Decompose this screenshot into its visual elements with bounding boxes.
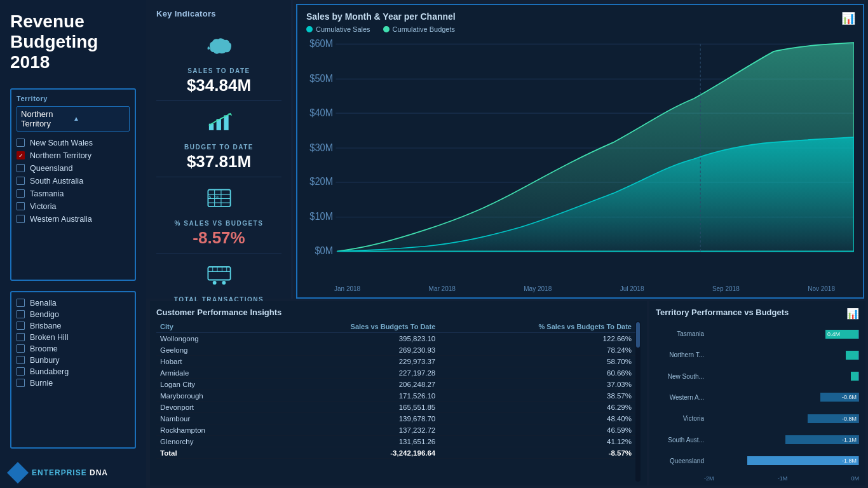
list-item[interactable]: New South Wales [17,137,130,149]
list-item[interactable]: Burnie [17,377,130,389]
table-row: Hobart229,973.3758.70% [156,356,635,367]
table-row: Wollongong395,823.10122.66% [156,333,635,344]
svg-point-13 [212,281,216,285]
checkbox-icon [17,202,25,210]
territory-perf-title: Territory Performance vs Budgets [656,308,859,317]
logo-area: ENTERPRISE DNA [10,460,136,480]
svg-rect-3 [208,190,230,207]
pct-vs-budget-block: $ % % SALES VS BUDGETS -8.57% [156,177,281,254]
territory-bar-chart: Tasmania 0.4M Northern T... [656,321,859,474]
checkbox-icon [17,310,25,318]
logo-text: ENTERPRISE DNA [32,468,108,477]
svg-text:$60M: $60M [309,37,333,49]
checkbox-icon [17,177,25,185]
list-item[interactable]: Western Australia [17,213,130,226]
territory-dropdown[interactable]: Northern Territory ▲ [17,106,130,132]
territory-selected-value: Northern Territory [21,109,73,128]
svg-rect-2 [224,115,228,130]
checkbox-icon [17,189,25,198]
list-item[interactable]: Broken Hill [17,332,130,343]
svg-text:$10M: $10M [309,211,333,222]
budget-label: BUDGET TO DATE [184,144,254,151]
chart-title: Sales by Month & Year per Channel [306,11,854,22]
city-list-section: Benalla Bendigo Brisbane Broken Hill Bro… [10,291,136,449]
checkbox-icon [17,367,25,376]
list-item[interactable]: South Australia [17,175,130,187]
table-scroll-area: City Sales vs Budgets To Date % Sales vs… [156,321,641,482]
bottom-row: Customer Performance Insights City Sales… [146,299,868,488]
table-row: Devonport165,551.8546.29% [156,402,635,413]
list-item[interactable]: Bunbury [17,355,130,366]
table-inner: City Sales vs Budgets To Date % Sales vs… [156,321,635,482]
list-item[interactable]: Queensland [17,162,130,175]
bar-row-queensland: Queensland -1.8M [656,455,859,466]
territory-item-label: Tasmania [30,189,64,198]
app-title: RevenueBudgeting2018 [10,11,136,73]
checkbox-icon [17,356,25,364]
list-item[interactable]: Victoria [17,200,130,213]
table-row: Rockhampton137,232.7246.59% [156,424,635,436]
list-item[interactable]: Brisbane [17,320,130,332]
svg-rect-11 [208,267,230,280]
list-item[interactable]: Tasmania [17,187,130,200]
sidebar: RevenueBudgeting2018 Territory Northern … [0,0,146,488]
chart-expand-icon[interactable]: 📊 [841,11,855,25]
scrollbar[interactable] [635,321,641,482]
territory-x-axis: -2M -1M 0M [656,474,859,482]
legend-budget: Cumulative Budgets [383,25,455,33]
table-row: Armidale227,197.2860.66% [156,367,635,379]
svg-text:%: % [215,195,219,199]
sales-label: SALES TO DATE [187,67,250,74]
bar-row-tasmania: Tasmania 0.4M [656,329,859,340]
x-axis-labels: Jan 2018 Mar 2018 May 2018 Jul 2018 Sep … [306,284,854,292]
list-item[interactable]: Bendigo [17,309,130,320]
bar-row-northern: Northern T... [656,349,859,361]
table-row: Maryborough171,526.1038.57% [156,390,635,402]
svg-point-14 [222,281,226,285]
budget-value: $37.81M [187,152,251,172]
sales-legend-dot [306,26,313,32]
budget-chart-icon [205,107,233,141]
sales-chart-panel: Sales by Month & Year per Channel Cumula… [296,4,864,299]
main-content: Key Indicators SALES TO DATE $34.84M [146,0,868,488]
australia-map-icon [205,31,233,65]
svg-text:$50M: $50M [309,72,333,84]
list-item[interactable]: Benalla [17,297,130,309]
performance-table: City Sales vs Budgets To Date % Sales vs… [156,321,635,459]
bar-row-western: Western A... -0.6M [656,391,859,403]
checkbox-icon [17,151,25,159]
legend-sales: Cumulative Sales [306,25,370,33]
table-row: Glenorchy131,651.2641.12% [156,436,635,447]
checkbox-icon [17,139,25,147]
list-item[interactable]: Broome [17,343,130,355]
customer-perf-title: Customer Performance Insights [156,308,641,317]
table-row: Geelong269,230.9378.24% [156,344,635,356]
territory-item-label: Western Australia [30,215,92,224]
territory-label: Territory [17,95,130,102]
territory-item-label: New South Wales [30,139,93,147]
chart-legend: Cumulative Sales Cumulative Budgets [306,25,854,33]
territory-item-label: Victoria [30,202,56,211]
territory-item-label: South Australia [30,177,83,186]
checkbox-icon [17,333,25,341]
budget-legend-dot [383,26,390,32]
col-pct: % Sales vs Budgets To Date [439,321,635,333]
key-indicators-panel: Key Indicators SALES TO DATE $34.84M [146,0,292,299]
bar-row-victoria: Victoria -0.8M [656,413,859,424]
territory-filter-box: Territory Northern Territory ▲ New South… [10,88,136,281]
chevron-down-icon: ▲ [73,115,125,122]
svg-text:$40M: $40M [309,107,333,118]
list-item[interactable]: Northern Territory [17,149,130,162]
sales-value: $34.84M [187,76,251,95]
pct-value: -8.57% [193,228,245,248]
territory-chart-icon[interactable]: 📊 [846,308,859,320]
city-list: Benalla Bendigo Brisbane Broken Hill Bro… [17,297,130,389]
list-item[interactable]: Bundaberg [17,366,130,377]
bar-row-newsouth: New South... [656,370,859,382]
svg-text:$0M: $0M [315,245,333,257]
scrollbar-thumb [636,322,640,348]
svg-text:$20M: $20M [309,176,333,187]
chart-svg-area: $60M $50M $40M $30M $20M $10M $0M [306,37,854,284]
col-sales: Sales vs Budgets To Date [259,321,440,333]
territory-item-label: Queensland [30,164,72,173]
